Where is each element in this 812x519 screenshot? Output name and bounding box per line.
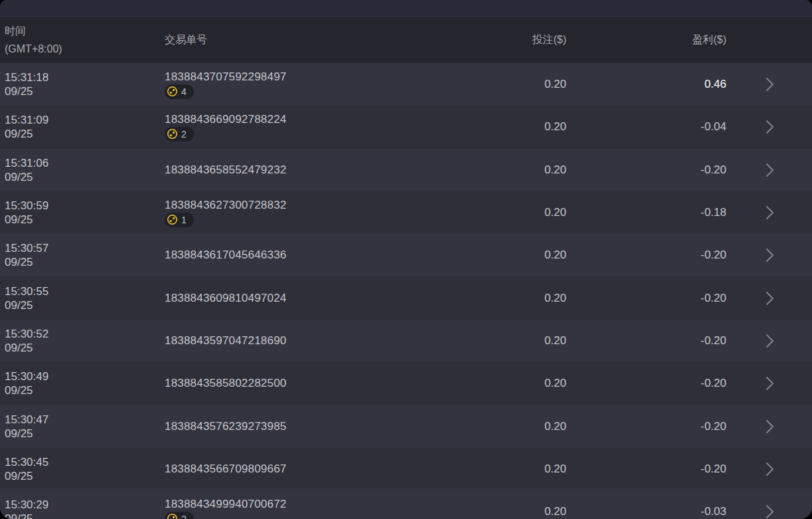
row-bet-value: 0.20: [404, 120, 566, 134]
table-row[interactable]: 15:30:57 09/25 1838843617045646336 0.20 …: [0, 234, 812, 276]
row-order-number: 1838843576239273985: [165, 420, 286, 433]
row-detail-button[interactable]: [726, 247, 812, 264]
row-date-value: 09/25: [5, 383, 165, 397]
row-time-value: 15:30:52: [5, 327, 165, 341]
table-row[interactable]: 15:31:18 09/25 1838843707592298497 4 0.2…: [0, 63, 812, 106]
row-time: 15:30:29 09/25: [0, 498, 165, 519]
row-profit-value: -0.20: [566, 377, 726, 390]
row-time: 15:31:18 09/25: [0, 70, 165, 98]
row-order-number: 1838843499940700672: [165, 498, 286, 511]
window-titlebar: [0, 0, 812, 17]
row-order-number: 1838843585802282500: [165, 377, 286, 390]
combo-badge: 4: [165, 84, 194, 99]
row-detail-button[interactable]: [726, 76, 812, 93]
row-time: 15:31:06 09/25: [0, 156, 165, 184]
row-detail-button[interactable]: [726, 375, 812, 392]
row-date-value: 09/25: [5, 170, 165, 184]
row-bet-value: 0.20: [404, 78, 566, 91]
row-profit-value: -0.20: [566, 292, 726, 305]
row-time: 15:30:45 09/25: [0, 455, 165, 483]
row-time-value: 15:30:59: [5, 199, 165, 213]
table-row[interactable]: 15:30:49 09/25 1838843585802282500 0.20 …: [0, 362, 812, 405]
row-order-number: 1838843597047218690: [165, 334, 286, 348]
transaction-list: 15:31:18 09/25 1838843707592298497 4 0.2…: [0, 63, 812, 519]
chevron-right-icon: [761, 76, 778, 93]
chevron-right-icon: [761, 161, 778, 179]
chevron-right-icon: [761, 375, 778, 392]
row-time-value: 15:30:45: [5, 455, 165, 469]
row-order: 1838843585802282500: [165, 377, 404, 390]
combo-badge-count: 2: [181, 129, 187, 140]
combo-badge: 1: [165, 213, 194, 227]
row-time-value: 15:31:06: [5, 156, 165, 170]
table-row[interactable]: 15:30:59 09/25 1838843627300728832 1 0.2…: [0, 191, 812, 234]
row-order-number: 1838843669092788224: [165, 113, 286, 126]
row-order: 1838843609810497024: [165, 292, 404, 305]
chevron-right-icon: [761, 461, 778, 478]
row-profit-value: -0.20: [566, 463, 726, 476]
row-order-number: 1838843658552479232: [165, 163, 286, 177]
flash-circle-icon: [167, 214, 178, 225]
history-panel: 时间 (GMT+8:00) 交易单号 投注($) 盈利($) 15:31:18 …: [0, 0, 812, 519]
row-time: 15:30:49 09/25: [0, 369, 165, 397]
row-order-number: 1838843609810497024: [165, 292, 286, 305]
column-header-time-label: 时间: [5, 22, 165, 40]
combo-badge-count: 2: [181, 514, 187, 519]
row-profit-value: -0.18: [566, 206, 726, 219]
column-header-timezone: (GMT+8:00): [5, 40, 165, 58]
row-detail-button[interactable]: [726, 290, 812, 307]
flash-circle-icon: [167, 86, 178, 97]
row-detail-button[interactable]: [726, 503, 812, 519]
column-header-time: 时间 (GMT+8:00): [0, 22, 165, 58]
table-row[interactable]: 15:31:06 09/25 1838843658552479232 0.20 …: [0, 149, 812, 191]
row-time-value: 15:30:57: [5, 241, 165, 255]
row-date-value: 09/25: [5, 427, 165, 441]
flash-circle-icon: [167, 128, 178, 140]
row-date-value: 09/25: [5, 469, 165, 483]
row-detail-button[interactable]: [726, 418, 812, 435]
row-order: 1838843499940700672 2: [165, 498, 404, 519]
row-date-value: 09/25: [5, 127, 165, 141]
row-profit-value: -0.04: [566, 120, 726, 134]
table-row[interactable]: 15:31:09 09/25 1838843669092788224 2 0.2…: [0, 106, 812, 148]
row-date-value: 09/25: [5, 341, 165, 355]
row-order: 1838843707592298497 4: [165, 70, 404, 99]
row-date-value: 09/25: [5, 255, 165, 269]
row-time-value: 15:31:09: [5, 113, 165, 127]
table-row[interactable]: 15:30:52 09/25 1838843597047218690 0.20 …: [0, 320, 812, 362]
row-time: 15:30:57 09/25: [0, 241, 165, 269]
row-order: 1838843658552479232: [165, 163, 404, 177]
row-bet-value: 0.20: [404, 334, 566, 348]
row-order-number: 1838843566709809667: [165, 463, 286, 476]
table-row[interactable]: 15:30:45 09/25 1838843566709809667 0.20 …: [0, 448, 812, 490]
row-bet-value: 0.20: [404, 292, 566, 305]
row-order: 1838843566709809667: [165, 463, 404, 476]
table-row[interactable]: 15:30:29 09/25 1838843499940700672 2 0.2…: [0, 490, 812, 519]
row-date-value: 09/25: [5, 512, 165, 519]
column-header-bet: 投注($): [404, 33, 566, 47]
row-bet-value: 0.20: [404, 505, 566, 518]
row-profit-value: -0.20: [566, 249, 726, 262]
row-detail-button[interactable]: [726, 461, 812, 478]
row-date-value: 09/25: [5, 213, 165, 227]
row-detail-button[interactable]: [726, 161, 812, 179]
row-time: 15:30:47 09/25: [0, 413, 165, 441]
row-detail-button[interactable]: [726, 204, 812, 221]
chevron-right-icon: [761, 290, 778, 307]
row-order-number: 1838843627300728832: [165, 199, 286, 212]
row-profit-value: -0.03: [566, 505, 726, 518]
table-row[interactable]: 15:30:55 09/25 1838843609810497024 0.20 …: [0, 276, 812, 319]
chevron-right-icon: [761, 204, 778, 221]
column-header-order: 交易单号: [165, 33, 404, 47]
row-order-number: 1838843707592298497: [165, 70, 286, 84]
chevron-right-icon: [761, 503, 778, 519]
table-row[interactable]: 15:30:47 09/25 1838843576239273985 0.20 …: [0, 405, 812, 447]
combo-badge-count: 4: [181, 86, 187, 97]
row-time-value: 15:30:49: [5, 369, 165, 383]
row-detail-button[interactable]: [726, 118, 812, 136]
row-bet-value: 0.20: [404, 420, 566, 433]
row-detail-button[interactable]: [726, 332, 812, 350]
row-bet-value: 0.20: [404, 377, 566, 390]
row-time-value: 15:31:18: [5, 70, 165, 84]
row-profit-value: 0.46: [566, 78, 726, 91]
